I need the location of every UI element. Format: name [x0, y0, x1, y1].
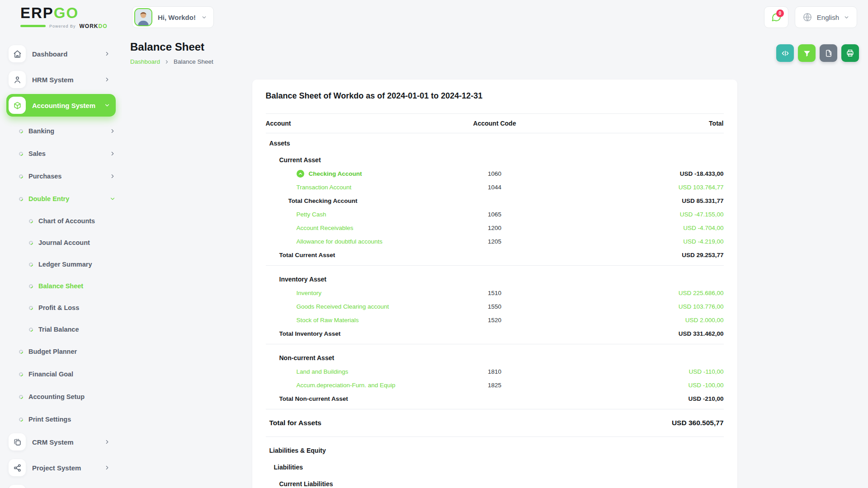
sidebar-item-project-system[interactable]: Project System	[6, 456, 116, 479]
row-label: Total Non-current Asset	[279, 395, 348, 402]
account-link[interactable]: Inventory	[297, 290, 322, 296]
sidebar-item-trial-balance[interactable]: Trial Balance	[6, 319, 116, 340]
table-body: Assets Current Asset Checking Account 10…	[266, 133, 724, 488]
sidebar-item-label: Budget Planner	[28, 348, 77, 355]
table-row: Total Checking Account USD 85.331,77	[266, 194, 724, 207]
brand-powered-by: Powered By	[49, 24, 76, 28]
language-dropdown[interactable]: English	[795, 6, 857, 28]
breadcrumb-current: Balance Sheet	[174, 58, 213, 65]
chevron-right-icon	[104, 76, 110, 83]
sidebar-item-label: Double Entry	[28, 195, 69, 202]
globe-icon	[802, 12, 812, 22]
account-link[interactable]: Petty Cash	[297, 211, 326, 218]
bullet-icon	[18, 394, 24, 400]
account-link[interactable]: Allowance for doubtful accounts	[297, 238, 383, 245]
sidebar-item-label: CRM System	[32, 438, 74, 446]
sidebar-item-ledger-summary[interactable]: Ledger Summary	[6, 253, 116, 275]
sidebar-item-balance-sheet[interactable]: Balance Sheet	[6, 275, 116, 297]
bullet-icon	[18, 349, 24, 355]
sidebar-item-label: Project System	[32, 464, 81, 472]
account-link[interactable]: Land and Buildings	[297, 368, 349, 375]
bullet-icon	[28, 262, 34, 267]
account-cell: Land and Buildings	[266, 368, 445, 375]
sidebar-item-user-management[interactable]: User Management	[6, 482, 116, 488]
sidebar-item-accounting-system[interactable]: Accounting System	[6, 94, 116, 117]
sidebar-item-label: Banking	[28, 127, 54, 135]
sidebar-item-dashboard[interactable]: Dashboard	[6, 42, 116, 65]
user-menu-dropdown[interactable]: Hi, Workdo!	[132, 6, 214, 28]
account-link[interactable]: Checking Account	[309, 170, 362, 177]
row-label: Liabilities	[274, 464, 303, 471]
print-button[interactable]	[841, 44, 859, 62]
sidebar-item-double-entry[interactable]: Double Entry	[6, 188, 116, 210]
top-header: ERPGO Powered By WORKDO Hi, Workdo! 0 En…	[0, 0, 868, 34]
account-cell: Non-current Asset	[266, 354, 445, 361]
page-title: Balance Sheet	[130, 41, 213, 53]
total-cell: USD -47.155,00	[544, 211, 724, 218]
sidebar-item-accounting-setup[interactable]: Accounting Setup	[6, 385, 116, 408]
account-link[interactable]: Accum.depreciation-Furn. and Equip	[297, 382, 396, 389]
sidebar-item-print-settings[interactable]: Print Settings	[6, 408, 116, 431]
sidebar-item-purchases[interactable]: Purchases	[6, 165, 116, 188]
chevron-down-icon	[844, 14, 849, 20]
sidebar-item-label: Accounting Setup	[28, 393, 85, 400]
bullet-icon	[18, 151, 24, 157]
sidebar-item-budget-planner[interactable]: Budget Planner	[6, 340, 116, 363]
user-greeting: Hi, Workdo!	[158, 14, 196, 21]
total-cell: USD -4.704,00	[544, 225, 724, 231]
bullet-icon	[18, 417, 24, 422]
total-cell: USD 103.764,77	[544, 184, 724, 191]
bullet-icon	[28, 218, 34, 224]
user-icon	[9, 71, 26, 88]
total-cell: USD 85.331,77	[544, 197, 724, 204]
report-title: Balance Sheet of Workdo as of 2024-01-01…	[266, 91, 724, 101]
brand-underline	[20, 25, 46, 27]
sidebar-item-journal-account[interactable]: Journal Account	[6, 232, 116, 253]
table-row: Land and Buildings 1810 USD -110,00	[266, 365, 724, 378]
account-link[interactable]: Transaction Account	[297, 184, 352, 191]
sidebar-item-sales[interactable]: Sales	[6, 142, 116, 165]
sidebar-item-crm-system[interactable]: CRM System	[6, 431, 116, 453]
account-link[interactable]: Account Receivables	[297, 225, 354, 231]
messages-button[interactable]: 0	[764, 6, 788, 28]
row-label: Non-current Asset	[279, 354, 335, 361]
sidebar-item-label: Balance Sheet	[38, 282, 83, 290]
file-export-button[interactable]	[820, 44, 837, 62]
sidebar-item-label: Journal Account	[38, 239, 90, 246]
table-row: Account Receivables 1200 USD -4.704,00	[266, 221, 724, 235]
account-cell: Total Inventory Asset	[266, 330, 445, 337]
total-cell: USD 2.000,00	[544, 317, 724, 324]
account-cell: Liabilities & Equity	[266, 447, 445, 454]
brand-workdo-text: WORKDO	[80, 23, 108, 29]
account-link[interactable]: Goods Received Clearing account	[297, 303, 389, 310]
account-cell: Account Receivables	[266, 225, 445, 231]
sidebar-item-label: Profit & Loss	[38, 304, 79, 311]
sidebar-item-hrm-system[interactable]: HRM System	[6, 68, 116, 91]
account-code-cell: 1550	[445, 303, 544, 310]
code-button[interactable]	[776, 44, 794, 62]
collapse-toggle-icon[interactable]	[297, 170, 304, 178]
table-row: Liabilities & Equity	[266, 441, 724, 457]
bullet-icon	[28, 305, 34, 311]
breadcrumb-dashboard-link[interactable]: Dashboard	[130, 58, 160, 65]
column-header-total: Total	[544, 120, 724, 127]
sidebar-item-banking[interactable]: Banking	[6, 120, 116, 142]
table-section-divider	[266, 344, 724, 344]
table-row: Non-current Asset	[266, 348, 724, 365]
table-row: Goods Received Clearing account 1550 USD…	[266, 300, 724, 313]
account-cell: Liabilities	[266, 464, 445, 471]
table-row: Inventory Asset	[266, 269, 724, 286]
sidebar-item-profit-loss[interactable]: Profit & Loss	[6, 297, 116, 319]
sidebar-item-financial-goal[interactable]: Financial Goal	[6, 363, 116, 385]
account-code-cell: 1200	[445, 225, 544, 231]
sidebar-item-chart-of-accounts[interactable]: Chart of Accounts	[6, 210, 116, 232]
chevron-right-icon	[109, 150, 116, 157]
brand-logo: ERPGO Powered By WORKDO	[20, 5, 122, 29]
account-link[interactable]: Stock of Raw Materials	[297, 317, 359, 324]
account-cell: Accum.depreciation-Furn. and Equip	[266, 382, 445, 389]
chevron-right-icon	[164, 59, 170, 65]
sidebar-item-label: Ledger Summary	[38, 261, 92, 268]
filter-button[interactable]	[798, 44, 816, 62]
sidebar-item-label: Dashboard	[32, 50, 67, 58]
brand-go-text: GO	[54, 5, 79, 21]
